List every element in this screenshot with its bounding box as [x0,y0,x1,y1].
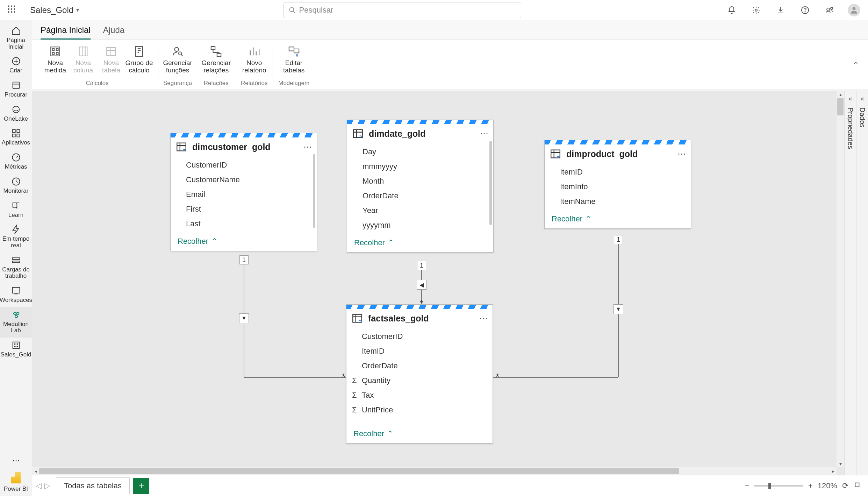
fit-to-page-button[interactable] [853,481,861,491]
zoom-slider[interactable] [754,485,803,487]
table-more-icon[interactable]: ⋯ [303,142,312,152]
collapse-button[interactable]: Recolher⌃ [346,426,493,443]
user-avatar[interactable] [848,4,860,16]
search-box[interactable]: Pesquisar [284,2,521,18]
column-item[interactable]: ΣUnitPrice [346,403,493,417]
svg-rect-20 [12,130,15,133]
column-item[interactable]: Email [171,187,317,202]
add-sheet-button[interactable]: + [133,478,149,494]
model-name-dropdown[interactable]: Sales_Gold ▾ [30,5,79,15]
nav-more-icon[interactable]: ⋯ [12,449,20,465]
calcgroup-icon [133,43,145,59]
column-item[interactable]: ΣTax [346,388,493,403]
manage-relationships-button[interactable]: Gerenciarrelações [202,43,230,75]
feedback-icon[interactable] [823,4,836,16]
manage-roles-button[interactable]: Gerenciarfunções [164,43,192,75]
svg-rect-47 [211,47,215,50]
column-item[interactable]: CustomerID [346,329,493,344]
column-item[interactable]: Last [171,217,317,231]
search-placeholder: Pesquisar [299,6,333,15]
nav-workspaces[interactable]: Workspaces [0,283,32,307]
collapse-button[interactable]: Recolher⌃ [545,211,691,228]
column-item[interactable]: First [171,202,317,217]
svg-rect-27 [12,261,20,263]
table-icon [351,312,363,324]
tab-home[interactable]: Página Inicial [41,25,91,40]
help-icon[interactable] [799,4,811,16]
column-item[interactable]: Year [347,203,493,218]
column-item[interactable]: ItemID [545,165,691,179]
notifications-icon[interactable] [725,4,738,16]
ribbon-group-modeling: Editartabelas Modelagem [276,43,311,87]
column-item[interactable]: mmmyyyy [347,159,493,174]
zoom-refresh-icon[interactable]: ⟳ [842,481,848,490]
edit-tables-button[interactable]: Editartabelas [280,43,308,75]
nav-browse[interactable]: Procurar [0,78,32,102]
ribbon-collapse-button[interactable]: ⌃ [847,61,865,70]
sheet-tab-all-tables[interactable]: Todas as tabelas [56,477,130,494]
column-item[interactable]: OrderDate [347,189,493,203]
calc-group-button[interactable]: Grupo decálculo [125,43,153,75]
table-card-factsales[interactable]: factsales_gold ⋯ CustomerID ItemID Order… [346,304,493,444]
nav-home[interactable]: Página Inicial [0,23,32,54]
data-pane-collapsed[interactable]: « Dados [856,91,868,475]
svg-point-29 [14,312,16,315]
nav-workspace-medallion[interactable]: Medallion Lab [0,307,32,338]
column-item[interactable]: Month [347,174,493,189]
canvas-scrollbar-horizontal[interactable]: ◂▸ [32,467,837,475]
filter-direction-icon: ▼ [239,313,249,323]
relationship-line[interactable] [244,377,346,378]
download-icon[interactable] [774,4,787,16]
column-item[interactable]: ItemName [545,194,691,209]
zoom-out-button[interactable]: − [745,481,749,490]
nav-metrics[interactable]: Métricas [0,150,32,174]
column-item[interactable]: CustomerID [171,158,317,172]
canvas-scrollbar-vertical[interactable]: ▴▾ [837,91,844,467]
collapse-button[interactable]: Recolher⌃ [347,235,493,252]
nav-onelake[interactable]: OneLake [0,102,32,126]
right-collapsed-panes: « Propriedades « Dados [844,91,868,475]
model-canvas[interactable]: dimcustomer_gold ⋯ CustomerID CustomerNa… [32,91,844,475]
nav-create[interactable]: Criar [0,54,32,78]
column-item[interactable]: CustomerName [171,172,317,187]
tab-help[interactable]: Ajuda [103,25,124,40]
app-launcher-icon[interactable] [3,5,20,15]
zoom-in-button[interactable]: + [808,481,813,490]
table-icon [550,148,561,160]
sheet-prev-button[interactable]: ◁ [36,481,42,490]
column-item[interactable]: ItemID [346,344,493,359]
table-card-dimdate[interactable]: dimdate_gold ⋯ Day mmmyyyy Month OrderDa… [347,120,494,253]
table-more-icon[interactable]: ⋯ [677,149,686,159]
column-item[interactable]: ItemInfo [545,179,691,194]
collapse-button[interactable]: Recolher⌃ [171,233,317,251]
new-report-button[interactable]: Novorelatório [240,43,268,75]
new-table-button: Novatabela [97,43,125,75]
nav-item-salesgold[interactable]: Sales_Gold [0,338,32,362]
top-right-actions [725,4,860,16]
expand-left-icon[interactable]: « [848,94,852,102]
column-item[interactable]: OrderDate [346,359,493,373]
settings-icon[interactable] [750,4,762,16]
svg-rect-40 [52,52,55,55]
nav-monitor[interactable]: Monitorar [0,174,32,198]
expand-left-icon[interactable]: « [860,94,864,102]
table-card-dimproduct[interactable]: dimproduct_gold ⋯ ItemID ItemInfo ItemNa… [544,140,691,229]
svg-point-19 [13,106,19,113]
nav-apps[interactable]: Aplicativos [0,126,32,150]
svg-point-33 [14,343,15,344]
table-more-icon[interactable]: ⋯ [479,313,488,323]
column-item[interactable]: ΣQuantity [346,373,493,388]
nav-workloads[interactable]: Cargas de trabalho [0,253,32,283]
column-item[interactable]: yyyymm [347,218,493,233]
table-card-dimcustomer[interactable]: dimcustomer_gold ⋯ CustomerID CustomerNa… [170,133,317,251]
column-item[interactable]: Day [347,144,493,159]
new-measure-button[interactable]: Novamedida [41,43,69,75]
svg-point-6 [8,11,9,13]
relationship-line[interactable] [493,377,618,378]
nav-learn[interactable]: Learn [0,198,32,222]
table-more-icon[interactable]: ⋯ [480,129,488,139]
nav-realtime[interactable]: Em tempo real [0,222,32,252]
sheet-next-button[interactable]: ▷ [44,481,50,490]
table-title: factsales_gold [368,313,429,324]
properties-pane-collapsed[interactable]: « Propriedades [844,91,856,475]
